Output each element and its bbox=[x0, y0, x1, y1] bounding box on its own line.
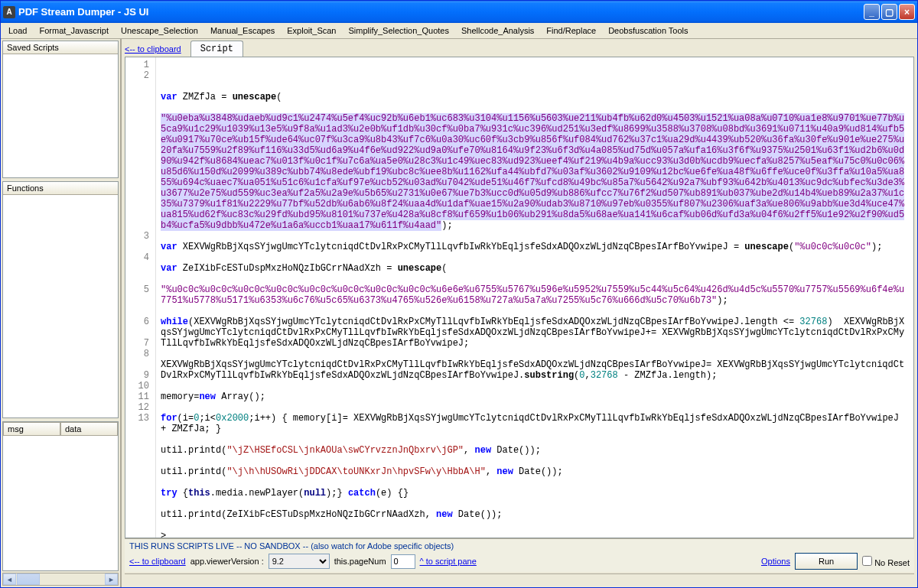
menu-format-javascript[interactable]: Format_Javascript bbox=[33, 24, 114, 37]
sandbox-warning: THIS RUNS SCRIPTS LIVE -- NO SANDBOX -- … bbox=[129, 541, 910, 551]
titlebar[interactable]: A PDF Stream Dumper - JS UI _ ▢ × bbox=[1, 1, 917, 23]
page-num-input[interactable] bbox=[391, 554, 415, 569]
saved-scripts-header: Saved Scripts bbox=[3, 41, 118, 54]
line-gutter: 12345678910111213 bbox=[125, 57, 156, 538]
menubar: Load Format_Javascript Unescape_Selectio… bbox=[1, 23, 917, 39]
saved-scripts-panel: Saved Scripts bbox=[2, 41, 119, 178]
code-line: while(XEXVWgRbBjXqsSYjwgUmcYTclytcniqdCt… bbox=[161, 317, 909, 349]
code-editor[interactable]: 12345678910111213 var ZMZfJa = unescape(… bbox=[125, 57, 914, 538]
functions-header: Functions bbox=[3, 182, 118, 195]
menu-simplify-quotes[interactable]: Simplify_Selection_Quotes bbox=[342, 24, 454, 37]
msg-column-header[interactable]: msg bbox=[3, 422, 60, 436]
code-line: memory=new Array(); bbox=[161, 391, 909, 402]
msg-data-panel: msg data bbox=[2, 421, 119, 571]
viewer-version-select[interactable]: 9.2 bbox=[269, 554, 330, 569]
options-link[interactable]: Options bbox=[761, 557, 790, 566]
code-line: for(i=0;i<0x2000;i++) { memory[i]= XEXVW… bbox=[161, 413, 909, 434]
to-clipboard-link[interactable]: <-- to clipboard bbox=[125, 44, 181, 57]
bottom-clipboard-link[interactable]: <-- to clipboard bbox=[129, 557, 186, 566]
scroll-left-button[interactable]: ◄ bbox=[3, 573, 16, 585]
saved-scripts-list[interactable] bbox=[3, 54, 118, 177]
code-line: util.printd("\j\h\hUSOwRi\jDDCAX\toUNKxr… bbox=[161, 466, 909, 477]
maximize-button[interactable]: ▢ bbox=[881, 4, 897, 20]
menu-unescape-selection[interactable]: Unescape_Selection bbox=[115, 24, 204, 37]
to-script-pane-link[interactable]: ^ to script pane bbox=[420, 557, 477, 566]
code-line: var ZeIXibFcESTuDspMxzHoNQzIbGCrrNAadXzh… bbox=[161, 263, 909, 274]
code-line: > bbox=[161, 531, 909, 538]
scroll-thumb[interactable] bbox=[17, 573, 40, 585]
app-window: A PDF Stream Dumper - JS UI _ ▢ × Load F… bbox=[0, 0, 918, 588]
left-panel: Saved Scripts Functions msg data ◄ ► bbox=[1, 39, 122, 587]
functions-list[interactable] bbox=[3, 195, 118, 417]
no-reset-checkbox[interactable] bbox=[862, 556, 872, 566]
code-line: "%u0c0c%u0c0c%u0c0c%u0c0c%u0c0c%u0c0c%u0… bbox=[161, 284, 909, 306]
tab-script[interactable]: Script bbox=[190, 41, 243, 57]
menu-find-replace[interactable]: Find/Replace bbox=[540, 24, 602, 37]
app-icon: A bbox=[3, 6, 15, 18]
status-edge bbox=[125, 573, 914, 587]
right-panel: <-- to clipboard Script 1234567891011121… bbox=[122, 39, 917, 587]
code-line: XEXVWgRbBjXqsSYjwgUmcYTclytcniqdCtDvlRxP… bbox=[161, 359, 909, 381]
msg-data-list[interactable] bbox=[3, 436, 118, 570]
code-line: var ZMZfJa = unescape( bbox=[161, 92, 909, 102]
viewer-version-label: app.viewerVersion : bbox=[190, 557, 264, 566]
code-line: util.printd("\jZ\HSEfoCSL\jnkAOUa\swCYrv… bbox=[161, 445, 909, 456]
code-line: "%u0eba%u3848%udaeb%ud9c1%u2474%u5ef4%uc… bbox=[161, 113, 909, 231]
menu-manual-escapes[interactable]: Manual_Escapes bbox=[204, 24, 281, 37]
menu-shellcode-analysis[interactable]: Shellcode_Analysis bbox=[455, 24, 540, 37]
tab-bar: <-- to clipboard Script bbox=[122, 39, 917, 57]
close-button[interactable]: × bbox=[899, 4, 915, 20]
left-scrollbar[interactable]: ◄ ► bbox=[2, 573, 119, 586]
menu-deobfuscation[interactable]: Deobsfuscation Tools bbox=[602, 24, 694, 37]
scroll-right-button[interactable]: ► bbox=[105, 573, 118, 585]
code-line: util.printd(ZeIXibFcESTuDspMxzHoNQzIbGCr… bbox=[161, 509, 909, 520]
code-line bbox=[161, 70, 909, 81]
code-line: var XEXVWgRbBjXqsSYjwgUmcYTclytcniqdCtDv… bbox=[161, 242, 909, 252]
page-num-label: this.pageNum bbox=[334, 557, 386, 566]
code-area[interactable]: var ZMZfJa = unescape( "%u0eba%u3848%uda… bbox=[156, 57, 913, 538]
no-reset-label[interactable]: No Reset bbox=[862, 556, 910, 567]
menu-exploit-scan[interactable]: Exploit_Scan bbox=[281, 24, 342, 37]
data-column-header[interactable]: data bbox=[60, 422, 118, 436]
bottom-bar: THIS RUNS SCRIPTS LIVE -- NO SANDBOX -- … bbox=[125, 538, 914, 572]
minimize-button[interactable]: _ bbox=[864, 4, 880, 20]
code-line: try {this.media.newPlayer(null);} catch(… bbox=[161, 488, 909, 499]
window-title: PDF Stream Dumper - JS UI bbox=[18, 6, 149, 18]
run-button[interactable]: Run bbox=[795, 553, 858, 570]
menu-load[interactable]: Load bbox=[2, 24, 33, 37]
functions-panel: Functions bbox=[2, 181, 119, 418]
